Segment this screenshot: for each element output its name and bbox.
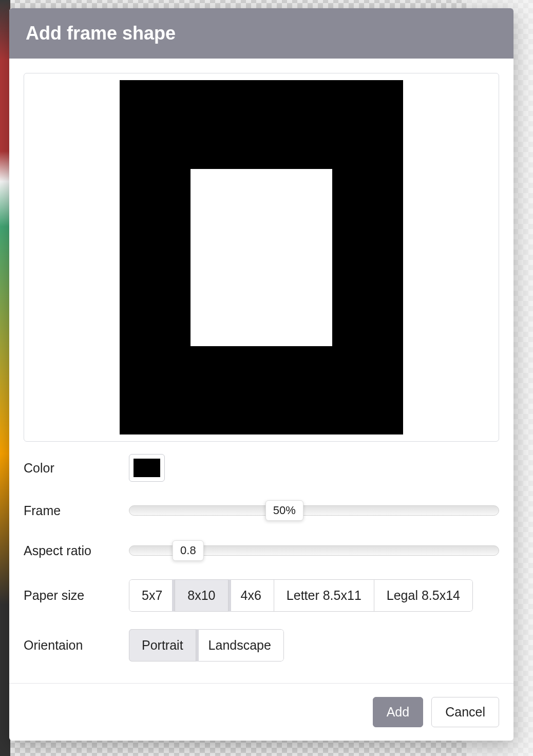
frame-slider[interactable]: 50%	[129, 499, 499, 522]
color-row: Color	[24, 454, 499, 482]
modal-body: Color Frame 50% Aspect ratio 0.8	[9, 59, 513, 683]
orientation-landscape[interactable]: Landscape	[196, 629, 284, 662]
frame-row: Frame 50%	[24, 499, 499, 522]
frame-inner	[191, 169, 332, 346]
add-button[interactable]: Add	[373, 697, 423, 727]
cancel-button[interactable]: Cancel	[431, 697, 499, 727]
color-picker-button[interactable]	[129, 454, 165, 482]
aspect-ratio-label: Aspect ratio	[24, 543, 129, 558]
paper-size-letter[interactable]: Letter 8.5x11	[274, 579, 374, 612]
color-swatch	[134, 459, 160, 477]
orientation-row: Orientaion Portrait Landscape	[24, 629, 499, 662]
aspect-ratio-slider-thumb[interactable]: 0.8	[173, 540, 204, 561]
frame-slider-track	[129, 505, 499, 516]
aspect-ratio-row: Aspect ratio 0.8	[24, 539, 499, 562]
modal-title: Add frame shape	[26, 23, 497, 44]
frame-label: Frame	[24, 503, 129, 518]
paper-size-legal[interactable]: Legal 8.5x14	[374, 579, 473, 612]
backdrop-left	[0, 0, 10, 756]
paper-size-group: 5x7 8x10 4x6 Letter 8.5x11 Legal 8.5x14	[129, 579, 473, 612]
paper-size-row: Paper size 5x7 8x10 4x6 Letter 8.5x11 Le…	[24, 579, 499, 612]
add-frame-shape-modal: Add frame shape Color Frame 50%	[9, 8, 513, 741]
paper-size-5x7[interactable]: 5x7	[129, 579, 175, 612]
frame-slider-thumb[interactable]: 50%	[265, 500, 303, 521]
orientation-portrait[interactable]: Portrait	[129, 629, 196, 662]
orientation-group: Portrait Landscape	[129, 629, 284, 662]
orientation-label: Orientaion	[24, 638, 129, 653]
paper-size-8x10[interactable]: 8x10	[175, 579, 228, 612]
color-label: Color	[24, 461, 129, 476]
modal-header: Add frame shape	[9, 8, 513, 59]
paper-size-label: Paper size	[24, 588, 129, 603]
frame-preview	[24, 73, 499, 442]
modal-footer: Add Cancel	[9, 683, 513, 741]
paper-size-4x6[interactable]: 4x6	[228, 579, 274, 612]
aspect-ratio-slider[interactable]: 0.8	[129, 539, 499, 562]
frame-outer	[120, 80, 403, 434]
